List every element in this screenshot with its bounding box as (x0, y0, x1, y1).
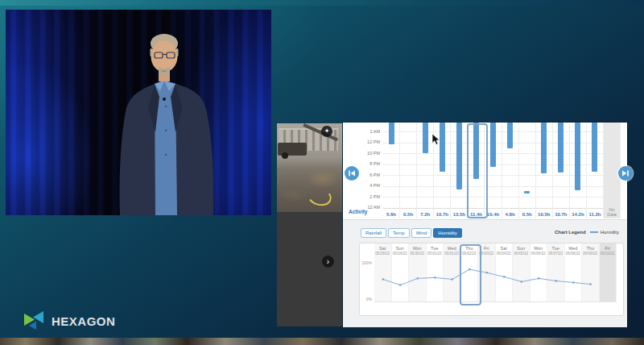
y-axis-min-label: 0% (360, 297, 372, 301)
date-label: 06/10/22 (596, 251, 621, 256)
activity-value: 11.2h (587, 212, 603, 217)
activity-bar (490, 123, 496, 167)
thumbnail-strip[interactable] (0, 338, 644, 345)
activity-chart: 2 AM12 PM10 PM8 PM6 PM4 PM2 PM12 AM 5.6h… (343, 123, 627, 219)
humidity-point (503, 276, 505, 277)
hexagon-logo: HEXAGON (23, 311, 115, 330)
activity-chart-column[interactable]: 10.5h (536, 123, 553, 218)
speaker-figure (6, 10, 271, 215)
activity-y-tick: 2 AM (343, 129, 380, 134)
humidity-point (555, 280, 557, 281)
activity-value: 10.4h (485, 212, 501, 217)
filter-button-rainfall[interactable]: Rainfall (361, 228, 386, 238)
activity-chart-column[interactable]: 10.7h (553, 123, 570, 218)
activity-value: 5.6h (383, 212, 399, 217)
activity-chart-column[interactable]: 0.5h (400, 123, 417, 218)
activity-value: 10.7h (434, 212, 450, 217)
activity-value: No Data (604, 207, 620, 217)
chart-legend: Chart LegendHumidity (555, 230, 619, 235)
humidity-card: 100% 0% Sat05/28/22Sun05/29/22Mon05/30/2… (359, 243, 624, 316)
content-placeholder: › (277, 212, 342, 326)
humidity-line (383, 269, 591, 285)
activity-chart-column[interactable]: 5.6h (383, 123, 400, 218)
activity-bar (423, 123, 428, 153)
activity-value: 14.2h (570, 212, 586, 217)
activity-value: 0.5h (519, 212, 535, 217)
activity-bar (592, 123, 597, 172)
legend-series-label: Humidity (601, 230, 619, 235)
activity-bar (524, 191, 530, 193)
site-photo-marking (306, 185, 334, 208)
activity-value: 10.7h (553, 212, 569, 217)
humidity-point (399, 285, 401, 286)
weather-section: RainfallTempWindHumidity Chart LegendHum… (343, 219, 627, 327)
hexagon-logo-text: HEXAGON (52, 314, 115, 328)
activity-bar (507, 123, 513, 148)
speaker-video (6, 10, 271, 215)
activity-chart-column[interactable]: 11.2h (587, 123, 604, 218)
humidity-point (417, 277, 419, 279)
expand-next-button[interactable]: › (322, 256, 334, 268)
humidity-point (486, 272, 488, 273)
humidity-point (590, 284, 592, 285)
humidity-point (538, 277, 539, 279)
skip-next-icon (621, 169, 630, 177)
site-photo-wheel (282, 152, 288, 159)
activity-bar (575, 123, 580, 190)
activity-y-tick: 2 PM (343, 194, 380, 199)
presentation-stage: ✦ › 2 AM12 PM10 PM8 PM6 PM4 PM2 PM12 AM … (0, 0, 644, 345)
photo-overlay-icon[interactable]: ✦ (321, 126, 332, 137)
humidity-point (572, 281, 574, 283)
humidity-baseline (374, 301, 617, 302)
activity-value: 13.5h (451, 212, 467, 217)
filter-button-wind[interactable]: Wind (411, 228, 432, 238)
site-photo: ✦ (277, 123, 342, 212)
dashboard-panel: 2 AM12 PM10 PM8 PM6 PM4 PM2 PM12 AM 5.6h… (343, 123, 627, 326)
skip-prev-icon (348, 169, 356, 177)
day-label: Fri (597, 246, 620, 251)
activity-bar (456, 123, 462, 189)
humidity-point (521, 281, 522, 282)
activity-bar (440, 123, 445, 172)
activity-bar (473, 123, 479, 179)
activity-value: 0.5h (400, 212, 416, 217)
activity-chart-column[interactable]: 13.5h (451, 123, 468, 218)
skip-next-button[interactable] (618, 166, 633, 181)
humidity-point (469, 268, 470, 270)
humidity-line-chart (374, 260, 617, 301)
activity-value: 10.5h (536, 212, 552, 217)
activity-chart-column[interactable]: 11.4h (468, 123, 485, 218)
background-top-band (0, 0, 644, 6)
activity-chart-column[interactable]: 4.8h (502, 123, 519, 218)
weather-filter-group: RainfallTempWindHumidity (361, 228, 464, 238)
activity-bar (558, 123, 564, 172)
chevron-right-icon: › (327, 257, 329, 266)
activity-y-tick: 12 PM (343, 139, 380, 144)
activity-bar (541, 123, 547, 173)
activity-bar (389, 123, 394, 144)
activity-value: 11.4h (468, 212, 484, 217)
activity-y-tick: 8 PM (343, 161, 380, 166)
activity-chart-column[interactable]: 14.2h (570, 123, 587, 218)
humidity-point (382, 278, 384, 280)
activity-chart-column[interactable]: 10.4h (485, 123, 502, 218)
activity-row-label: Activity (349, 209, 367, 214)
skip-prev-button[interactable] (345, 166, 359, 181)
mouse-cursor (431, 134, 440, 146)
humidity-point (434, 276, 436, 278)
humidity-point (452, 278, 453, 280)
hexagon-logo-mark (23, 311, 45, 330)
filter-button-humidity[interactable]: Humidity (433, 228, 461, 238)
activity-columns: 5.6h0.5h7.2h10.7h13.5h11.4h10.4h4.8h0.5h… (383, 123, 621, 218)
activity-value: 4.8h (502, 212, 518, 217)
chart-legend-label: Chart Legend (555, 230, 586, 235)
legend-line-swatch (590, 231, 598, 233)
activity-y-tick: 4 PM (343, 183, 380, 188)
filter-button-temp[interactable]: Temp (388, 228, 410, 238)
y-axis-max-label: 100% (360, 260, 372, 265)
activity-chart-column[interactable]: 0.5h (519, 123, 536, 218)
activity-y-tick: 10 PM (343, 151, 380, 156)
activity-value: 7.2h (417, 212, 433, 217)
